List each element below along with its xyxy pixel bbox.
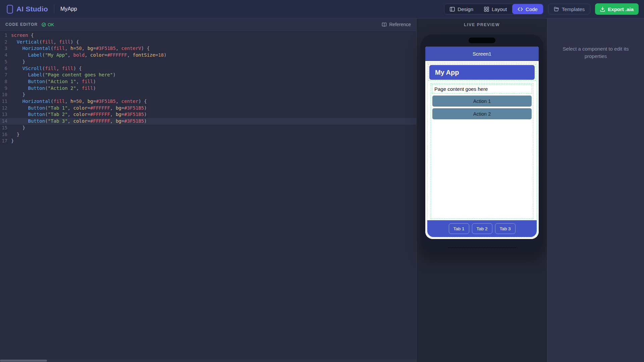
code-line-12[interactable]: 12 Button("Tab 1", color=#FFFFFF, bg=#3F… [0, 105, 416, 112]
line-number: 5 [0, 59, 7, 65]
topbar-divider [54, 5, 54, 13]
code-icon [518, 7, 523, 11]
line-number: 2 [0, 39, 7, 46]
code-editor-header: CODE EDITOR OK Reference [0, 18, 416, 31]
app-logo: AI Studio [7, 5, 48, 14]
app-name: AI Studio [16, 5, 48, 13]
code-line-17[interactable]: 17} [0, 138, 416, 144]
check-circle-icon [42, 22, 46, 27]
top-bar: AI Studio MyApp Design Layout Code [0, 0, 644, 18]
code-tab[interactable]: Code [512, 4, 543, 14]
line-number: 13 [0, 111, 7, 118]
line-number: 6 [0, 65, 7, 72]
code-line-14[interactable]: 14 Button("Tab 3", color=#FFFFFF, bg=#3F… [0, 118, 416, 125]
line-number: 1 [0, 32, 7, 39]
code-line-6[interactable]: 6 VScroll(fill, fill) { [0, 65, 416, 72]
project-name: MyApp [60, 6, 77, 12]
horizontal-scrollbar-thumb[interactable] [0, 360, 47, 362]
live-preview-panel: LIVE PREVIEW Screen1 My App Page content… [417, 18, 547, 362]
view-switcher: Design Layout Code [444, 4, 543, 14]
tab-1-button[interactable]: Tab 1 [449, 223, 469, 234]
line-number: 12 [0, 105, 7, 112]
code-tab-label: Code [526, 6, 538, 12]
page-content-label[interactable]: Page content goes here [432, 84, 532, 94]
action-2-button[interactable]: Action 2 [432, 108, 532, 119]
code-editor-title: CODE EDITOR [5, 22, 38, 27]
layout-grid-icon [484, 7, 489, 12]
code-line-5[interactable]: 5 } [0, 59, 416, 65]
code-line-15[interactable]: 15 } [0, 125, 416, 131]
line-number: 10 [0, 92, 7, 98]
design-icon [450, 7, 455, 12]
code-line-10[interactable]: 10 } [0, 92, 416, 98]
reference-button[interactable]: Reference [382, 22, 411, 27]
topbar-actions: Design Layout Code Templates [444, 3, 639, 15]
line-number: 11 [0, 98, 7, 105]
code-line-16[interactable]: 16 } [0, 131, 416, 138]
phone-logo-icon [7, 5, 13, 14]
templates-button[interactable]: Templates [548, 4, 590, 14]
line-number: 9 [0, 85, 7, 92]
book-icon [382, 22, 387, 27]
code-line-4[interactable]: 4 Label("My App", bold, color=#FFFFFF, f… [0, 52, 416, 59]
phone-mockup: Screen1 My App Page content goes here Ac… [421, 35, 543, 252]
app-header-label[interactable]: My App [429, 65, 535, 80]
tab-2-button[interactable]: Tab 2 [472, 223, 492, 234]
code-line-9[interactable]: 9 Button("Action 2", fill) [0, 85, 416, 92]
layout-tab[interactable]: Layout [479, 4, 512, 14]
syntax-status-label: OK [48, 22, 54, 27]
tab-3-button[interactable]: Tab 3 [495, 223, 516, 234]
code-line-13[interactable]: 13 Button("Tab 2", color=#FFFFFF, bg=#3F… [0, 111, 416, 118]
layout-tab-label: Layout [492, 6, 507, 12]
code-line-3[interactable]: 3 Horizontal(fill, h=50, bg=#3F51B5, cen… [0, 45, 416, 52]
phone-home-indicator [448, 247, 516, 248]
line-number: 8 [0, 78, 7, 85]
app-header-outline[interactable]: My App [428, 64, 536, 81]
line-number: 4 [0, 52, 7, 59]
line-number: 14 [0, 118, 7, 125]
templates-button-label: Templates [562, 6, 585, 12]
screen-title-bar: Screen1 [425, 47, 539, 61]
bottom-tab-bar: Tab 1 Tab 2 Tab 3 [427, 220, 537, 237]
export-button-label: Export .aia [608, 6, 634, 12]
syntax-status-badge: OK [42, 22, 54, 27]
vscroll-container-outline[interactable]: Page content goes here Action 1 Action 2 [431, 83, 533, 219]
live-preview-title: LIVE PREVIEW [417, 22, 547, 27]
line-number: 7 [0, 72, 7, 78]
code-lines[interactable]: 1screen {2 Vertical(fill, fill) {3 Horiz… [0, 31, 416, 144]
line-number: 17 [0, 138, 7, 144]
code-line-11[interactable]: 11 Horizontal(fill, h=50, bg=#3F51B5, ce… [0, 98, 416, 105]
code-line-8[interactable]: 8 Button("Action 1", fill) [0, 78, 416, 85]
code-line-1[interactable]: 1screen { [0, 32, 416, 39]
action-1-button[interactable]: Action 1 [432, 96, 532, 107]
vertical-container-outline[interactable]: My App Page content goes here Action 1 A… [427, 63, 537, 237]
line-number: 3 [0, 45, 7, 52]
phone-screen: Screen1 My App Page content goes here Ac… [425, 47, 539, 239]
download-icon [600, 7, 605, 12]
line-number: 16 [0, 131, 7, 138]
screen-content: My App Page content goes here Action 1 A… [425, 61, 539, 239]
horizontal-scrollbar[interactable] [0, 359, 416, 362]
code-editor-panel: CODE EDITOR OK Reference 1screen {2 Vert… [0, 18, 417, 362]
reference-button-label: Reference [389, 22, 411, 27]
code-line-7[interactable]: 7 Label("Page content goes here") [0, 72, 416, 78]
phone-notch [469, 38, 495, 43]
folder-icon [554, 7, 559, 11]
properties-panel: Select a component to edit its propertie… [547, 18, 644, 362]
design-tab[interactable]: Design [444, 4, 479, 14]
line-number: 15 [0, 125, 7, 131]
export-aia-button[interactable]: Export .aia [595, 3, 639, 15]
properties-empty-message: Select a component to edit its propertie… [562, 45, 629, 60]
code-line-2[interactable]: 2 Vertical(fill, fill) { [0, 39, 416, 46]
design-tab-label: Design [458, 6, 473, 12]
